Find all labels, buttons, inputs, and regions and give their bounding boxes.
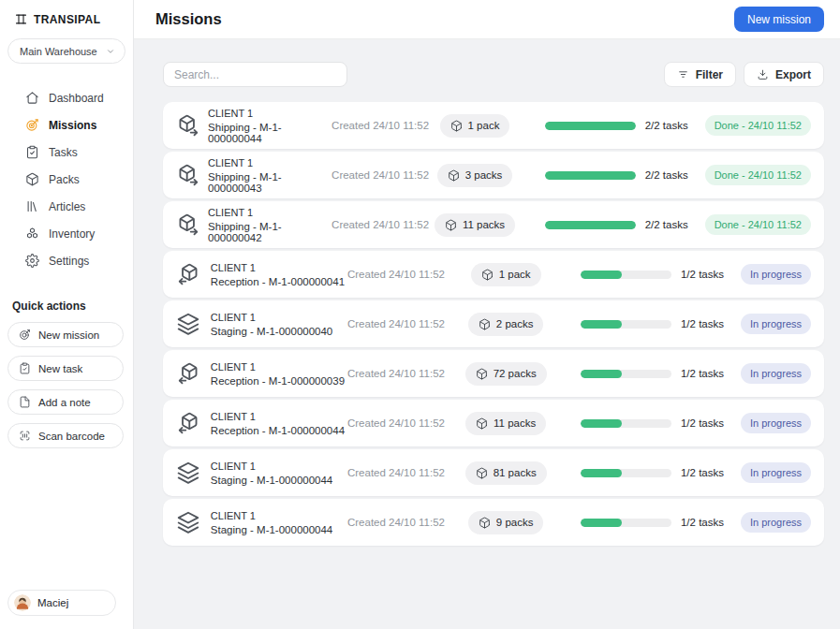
reception-box-icon <box>176 361 200 386</box>
status-badge: Done - 24/10 11:52 <box>705 214 811 235</box>
pack-icon <box>445 219 457 231</box>
staging-layers-icon <box>176 510 200 534</box>
quick-actions-heading: Quick actions <box>12 300 133 313</box>
quick-action-new-mission[interactable]: New mission <box>7 322 124 347</box>
mission-name: Shipping - M-1-000000043 <box>208 171 332 194</box>
mission-name: Shipping - M-1-000000044 <box>208 122 332 144</box>
mission-client: CLIENT 1 <box>211 510 347 521</box>
mission-name: Staging - M-1-000000044 <box>211 524 347 535</box>
mission-row[interactable]: CLIENT 1 Staging - M-1-000000040 Created… <box>163 300 824 347</box>
mission-name: Reception - M-1-000000044 <box>211 425 347 436</box>
search-input[interactable] <box>163 62 347 87</box>
sidebar-item-settings[interactable]: Settings <box>0 247 133 274</box>
toolbar-actions: Filter Export <box>664 62 824 87</box>
pack-icon <box>476 417 488 430</box>
sidebar: TRANSIPAL Main Warehouse Dashboard Missi… <box>0 0 134 629</box>
warehouse-selector[interactable]: Main Warehouse <box>7 38 125 64</box>
pack-icon <box>448 169 460 182</box>
mission-created: Created 24/10 11:52 <box>347 318 455 329</box>
tasks-count: 2/2 tasks <box>645 169 696 181</box>
tasks-count: 1/2 tasks <box>681 318 731 329</box>
quick-action-scan-barcode[interactable]: Scan barcode <box>7 423 124 448</box>
mission-row[interactable]: CLIENT 1 Staging - M-1-000000044 Created… <box>163 449 824 496</box>
export-button[interactable]: Export <box>744 62 824 87</box>
sidebar-item-tasks[interactable]: Tasks <box>0 139 133 166</box>
pack-count-badge: 72 packs <box>465 362 547 386</box>
books-icon <box>25 199 39 213</box>
sidebar-item-label: Dashboard <box>49 92 104 105</box>
mission-row[interactable]: CLIENT 1 Reception - M-1-000000044 Creat… <box>163 400 824 446</box>
tasks-progress-fill <box>581 370 622 378</box>
filter-button-label: Filter <box>696 68 723 81</box>
tasks-progress-bar <box>545 221 636 229</box>
sidebar-item-articles[interactable]: Articles <box>0 193 133 220</box>
pack-icon <box>476 467 488 479</box>
sidebar-item-label: Articles <box>49 200 85 213</box>
brand-name: TRANSIPAL <box>34 13 100 26</box>
status-badge: Done - 24/10 11:52 <box>705 115 811 136</box>
mission-row[interactable]: CLIENT 1 Reception - M-1-000000039 Creat… <box>163 350 824 397</box>
home-icon <box>25 91 39 105</box>
pack-count-badge: 81 packs <box>465 461 547 485</box>
tasks-progress-fill <box>581 469 622 477</box>
mission-created: Created 24/10 11:52 <box>332 219 429 230</box>
tasks-progress-bar <box>545 171 636 180</box>
pack-count-badge: 3 packs <box>437 164 513 187</box>
mission-created: Created 24/10 11:52 <box>332 120 429 131</box>
clipboard-icon <box>25 145 39 159</box>
pack-icon <box>479 517 491 529</box>
tasks-progress-fill <box>581 419 622 428</box>
sidebar-item-inventory[interactable]: Inventory <box>0 220 133 247</box>
user-profile[interactable]: Maciej <box>7 590 116 616</box>
sidebar-item-missions[interactable]: Missions <box>0 111 133 139</box>
sidebar-item-label: Settings <box>49 255 89 268</box>
tasks-progress-fill <box>545 122 636 130</box>
mission-created: Created 24/10 11:52 <box>347 517 455 528</box>
new-mission-button[interactable]: New mission <box>734 7 824 32</box>
mission-row[interactable]: CLIENT 1 Shipping - M-1-000000043 Create… <box>163 152 824 198</box>
tasks-count: 1/2 tasks <box>681 368 731 379</box>
mission-name: Shipping - M-1-000000042 <box>208 221 332 243</box>
tasks-progress-fill <box>545 221 636 229</box>
status-badge: In progress <box>741 264 811 285</box>
filter-button[interactable]: Filter <box>664 62 736 87</box>
tasks-progress-fill <box>545 171 636 180</box>
mission-row[interactable]: CLIENT 1 Shipping - M-1-000000044 Create… <box>163 102 824 149</box>
status-badge: In progress <box>741 512 811 533</box>
mission-row[interactable]: CLIENT 1 Staging - M-1-000000044 Created… <box>163 499 824 546</box>
mission-name: Staging - M-1-000000040 <box>211 326 347 337</box>
avatar <box>14 594 31 611</box>
mission-row[interactable]: CLIENT 1 Reception - M-1-000000041 Creat… <box>163 251 824 298</box>
mission-client: CLIENT 1 <box>208 207 332 218</box>
filter-icon <box>677 68 689 80</box>
transipal-logo-icon <box>14 12 28 26</box>
status-badge: In progress <box>741 314 811 334</box>
pack-icon <box>476 368 488 380</box>
status-badge: In progress <box>741 462 811 483</box>
sidebar-item-dashboard[interactable]: Dashboard <box>0 84 133 111</box>
page-title: Missions <box>155 10 222 28</box>
status-badge: In progress <box>741 413 811 433</box>
pack-count-label: 11 packs <box>494 417 536 429</box>
pack-count-label: 81 packs <box>494 467 537 478</box>
tasks-progress-fill <box>581 320 622 329</box>
shipping-box-icon <box>176 163 200 187</box>
pack-count-badge: 2 packs <box>468 313 544 336</box>
mission-client: CLIENT 1 <box>208 157 332 168</box>
mission-name: Reception - M-1-000000039 <box>211 375 347 387</box>
reception-box-icon <box>176 411 200 435</box>
tasks-progress-fill <box>581 271 622 279</box>
quick-action-new-task[interactable]: New task <box>7 356 124 381</box>
mission-created: Created 24/10 11:52 <box>347 417 455 429</box>
tasks-count: 1/2 tasks <box>681 269 731 280</box>
sidebar-item-packs[interactable]: Packs <box>0 166 133 193</box>
reception-box-icon <box>176 262 200 286</box>
quick-action-add-note[interactable]: Add a note <box>7 389 124 415</box>
mission-row[interactable]: CLIENT 1 Shipping - M-1-000000042 Create… <box>163 201 824 248</box>
tasks-progress-bar <box>581 469 671 477</box>
mission-client: CLIENT 1 <box>211 411 347 422</box>
pack-count-label: 3 packs <box>465 169 503 181</box>
sidebar-item-label: Packs <box>49 173 80 186</box>
pack-count-label: 1 pack <box>468 120 500 131</box>
user-name: Maciej <box>37 597 68 608</box>
